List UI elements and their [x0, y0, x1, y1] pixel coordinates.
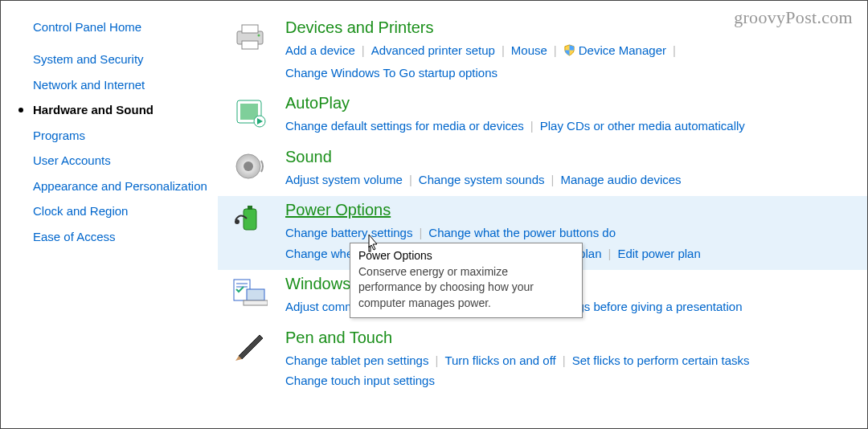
svg-point-9 [244, 161, 253, 171]
separator: | [435, 353, 438, 367]
sidebar-item-system-and-security[interactable]: System and Security [33, 51, 210, 67]
sidebar-item-network-and-internet[interactable]: Network and Internet [33, 77, 210, 93]
link-mouse[interactable]: Mouse [511, 43, 547, 57]
battery-icon [232, 204, 274, 238]
separator: | [563, 353, 566, 367]
pen-icon [232, 332, 274, 366]
link-set-flicks-to-perform-certain-tasks[interactable]: Set flicks to perform certain tasks [572, 353, 750, 367]
autoplay-icon [232, 97, 274, 131]
svg-rect-2 [242, 41, 258, 49]
sidebar-item-ease-of-access[interactable]: Ease of Access [33, 229, 210, 245]
control-panel-home-link[interactable]: Control Panel Home [33, 20, 210, 34]
link-device-manager[interactable]: Device Manager [563, 43, 666, 57]
svg-point-12 [235, 219, 240, 224]
separator: | [608, 247, 611, 260]
separator: | [554, 43, 557, 57]
category-pen-and-touch: Pen and TouchChange tablet pen settings|… [218, 324, 867, 398]
category-links: Change tablet pen settings|Turn flicks o… [285, 350, 861, 391]
sidebar-item-user-accounts[interactable]: User Accounts [33, 153, 210, 169]
link-edit-power-plan[interactable]: Edit power plan [617, 247, 700, 260]
category-autoplay: AutoPlayChange default settings for medi… [218, 89, 867, 143]
link-adjust-system-volume[interactable]: Adjust system volume [285, 173, 403, 186]
link-change-battery-settings[interactable]: Change battery settings [285, 226, 412, 239]
tooltip-body: Conserve energy or maximize performance … [358, 264, 574, 312]
tooltip-title: Power Options [358, 248, 574, 264]
laptop-icon [232, 278, 274, 312]
separator: | [551, 173, 555, 186]
category-title[interactable]: Sound [285, 148, 861, 166]
speaker-icon [232, 151, 274, 185]
sidebar-item-programs[interactable]: Programs [33, 128, 210, 144]
link-change-touch-input-settings[interactable]: Change touch input settings [285, 374, 435, 387]
link-change-windows-to-go-startup-options[interactable]: Change Windows To Go startup options [285, 66, 497, 80]
category-title[interactable]: Power Options [285, 201, 861, 219]
tooltip: Power Options Conserve energy or maximiz… [350, 243, 583, 318]
separator: | [673, 43, 676, 57]
category-title[interactable]: Pen and Touch [285, 329, 861, 347]
svg-rect-16 [247, 289, 264, 300]
sidebar-item-appearance-and-personalization[interactable]: Appearance and Personalization [33, 178, 210, 194]
separator: | [502, 43, 505, 57]
category-links: Add a device|Advanced printer setup|Mous… [285, 40, 861, 83]
separator: | [530, 119, 534, 133]
category-title[interactable]: AutoPlay [285, 94, 861, 112]
category-links: Adjust system volume|Change system sound… [285, 170, 861, 190]
category-devices-and-printers: Devices and PrintersAdd a device|Advance… [218, 14, 867, 89]
link-add-a-device[interactable]: Add a device [285, 43, 355, 57]
pointer-cursor-icon [365, 234, 381, 253]
category-sound: SoundAdjust system volume|Change system … [218, 143, 867, 197]
category-title[interactable]: Devices and Printers [285, 18, 861, 37]
sidebar: Control Panel Home System and SecurityNe… [1, 1, 218, 428]
separator: | [409, 173, 412, 186]
link-advanced-printer-setup[interactable]: Advanced printer setup [371, 43, 495, 57]
svg-rect-17 [244, 300, 268, 305]
svg-rect-10 [244, 209, 256, 230]
shield-icon [563, 42, 575, 63]
link-play-cds-or-other-media-automatically[interactable]: Play CDs or other media automatically [540, 119, 745, 133]
link-change-default-settings-for-media-or-devices[interactable]: Change default settings for media or dev… [285, 119, 524, 133]
link-turn-flicks-on-and-off[interactable]: Turn flicks on and off [444, 353, 555, 367]
link-change-what-the-power-buttons-do[interactable]: Change what the power buttons do [428, 226, 616, 239]
svg-rect-18 [369, 247, 371, 251]
separator: | [419, 226, 422, 239]
separator: | [362, 43, 365, 57]
link-manage-audio-devices[interactable]: Manage audio devices [560, 173, 681, 186]
svg-rect-1 [242, 25, 258, 33]
svg-point-3 [258, 35, 260, 37]
printer-icon [232, 22, 274, 55]
link-change-system-sounds[interactable]: Change system sounds [419, 173, 545, 186]
link-change-tablet-pen-settings[interactable]: Change tablet pen settings [285, 353, 428, 367]
main-panel: groovyPost.com Devices and PrintersAdd a… [218, 1, 867, 428]
sidebar-item-clock-and-region[interactable]: Clock and Region [33, 203, 210, 219]
sidebar-item-hardware-and-sound[interactable]: Hardware and Sound [33, 102, 210, 118]
category-links: Change default settings for media or dev… [285, 116, 861, 137]
svg-rect-11 [248, 206, 252, 210]
